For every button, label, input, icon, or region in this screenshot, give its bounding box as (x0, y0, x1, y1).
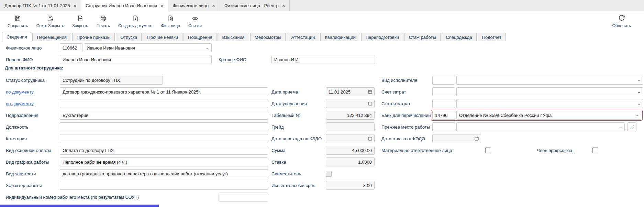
person-combo[interactable]: Иванов Иван Иванович (84, 43, 212, 52)
close-tab-icon[interactable]: × (212, 3, 215, 8)
create-document-button-label: Создать документ (118, 23, 153, 28)
kedo-refusal-date-field[interactable] (432, 134, 481, 143)
cost-item-code-field[interactable] (432, 99, 455, 108)
tab-attestacii[interactable]: Аттестации (287, 33, 319, 41)
links-button[interactable]: Связки (184, 13, 206, 30)
close-tab-icon[interactable]: × (73, 3, 76, 8)
amount-field[interactable]: 45 000.00 (326, 146, 375, 155)
schedule-type-field[interactable]: Неполное рабочее время (4 ч.) (60, 157, 268, 166)
person-code-field[interactable]: 110662 (60, 43, 82, 52)
bank-transfer-combo[interactable]: Отделение № 8598 Сбербанка России г.Уфа (456, 111, 641, 120)
short-fio-field[interactable]: Иванов И.И. (271, 55, 375, 64)
department-field[interactable]: Бухгалтерия (60, 111, 268, 120)
close-tab-icon[interactable]: × (160, 3, 164, 8)
previous-workplace-code-field[interactable] (432, 122, 455, 131)
position-field[interactable] (60, 122, 268, 131)
field-value: 3.00 (363, 183, 372, 188)
category-field[interactable] (60, 134, 268, 143)
refresh-button[interactable]: Обновить (608, 13, 635, 30)
save-close-button[interactable]: Сохр. Закрыть (32, 13, 68, 30)
doc-tab-label: Сотрудник Иванов Иван Иванович (86, 3, 157, 8)
financially-responsible-checkbox[interactable] (485, 148, 491, 153)
status-field[interactable]: Сотрудник по договору ГПХ (60, 76, 163, 85)
create-document-button[interactable]: Создать документ (114, 13, 157, 30)
executor-type-label: Вид исполнителя (381, 78, 432, 83)
tab-stazh-raboty[interactable]: Стаж работы (404, 33, 441, 41)
calendar-icon[interactable] (368, 136, 373, 141)
previous-workplace-combo[interactable] (456, 122, 625, 131)
form-row: Характер работы (6, 181, 268, 190)
close-tab-icon[interactable]: × (282, 3, 285, 8)
bank-transfer-code-field[interactable]: 14796 (432, 111, 455, 120)
document-tab-bar: Договор ГПХ № 1 от 11.01.2025 × Сотрудни… (0, 0, 644, 11)
field-value: 123 412 394 (347, 113, 372, 118)
status-label: Статус сотрудника (6, 78, 60, 83)
form-row: Испытательный срок 3.00 (271, 181, 375, 190)
close-button[interactable]: Закрыть (68, 13, 92, 30)
payment-type-field[interactable]: Оплата по договору ГПХ (60, 146, 268, 155)
doc-tab-person[interactable]: Физическое лицо × (168, 0, 220, 11)
print-button[interactable]: Печать (92, 13, 114, 30)
field-value: Бухгалтерия (63, 113, 88, 118)
tab-vzyskaniya[interactable]: Взыскания (218, 33, 249, 41)
tab-kvalifikacii[interactable]: Квалификации (320, 33, 360, 41)
executor-type-combo[interactable] (456, 76, 643, 85)
cost-account-code-field[interactable] (432, 87, 455, 96)
magic-fill-button[interactable] (628, 122, 636, 131)
calendar-icon[interactable] (368, 101, 373, 106)
tab-otpuska[interactable]: Отпуска (116, 33, 142, 41)
chevron-down-icon (635, 114, 639, 118)
union-member-checkbox[interactable] (592, 148, 598, 153)
hire-date-field[interactable]: 11.01.2025 (326, 87, 375, 96)
calendar-icon[interactable] (474, 136, 479, 141)
doc-tab-employee[interactable]: Сотрудник Иванов Иван Иванович × (81, 0, 168, 11)
employment-type-field[interactable]: договор гражданско-правового характера о… (60, 169, 268, 178)
probation-field[interactable]: 3.00 (326, 181, 375, 190)
tab-pooshchreniya[interactable]: Поощрения (184, 33, 216, 41)
tab-prochie-neyavki[interactable]: Прочие неявки (143, 33, 182, 41)
form-row: Дата перехода на КЭДО (271, 134, 375, 143)
form-row: Совместитель (271, 169, 332, 178)
workplace-number-field[interactable] (219, 193, 268, 201)
personnel-number-field[interactable]: 123 412 394 (326, 111, 375, 120)
form-row: Вид занятости договор гражданско-правово… (6, 169, 268, 178)
form-row: Вид графика работы Неполное рабочее врем… (6, 157, 268, 166)
grade-field[interactable] (326, 122, 375, 131)
links-icon (191, 15, 199, 22)
document-1-field[interactable]: Договор гражданско-правового характера №… (60, 87, 268, 96)
category-label: Категория (6, 136, 60, 141)
tab-specodezhda[interactable]: Спецодежда (442, 33, 477, 41)
by-document-link-1[interactable]: по документу (6, 89, 34, 95)
doc-tab-contract[interactable]: Договор ГПХ № 1 от 11.01.2025 × (0, 0, 81, 11)
kedo-transfer-date-field[interactable] (326, 134, 375, 143)
save-icon (14, 15, 21, 22)
work-nature-field[interactable] (60, 181, 268, 190)
form-row: Ставка 1.0000 (271, 157, 375, 166)
rate-field[interactable]: 1.0000 (326, 157, 375, 166)
person-label: Физическое лицо (6, 45, 60, 51)
cost-account-combo[interactable] (456, 87, 643, 96)
document-2-field[interactable] (60, 99, 268, 108)
doc-tab-registry[interactable]: Физические лица - Реестр × (220, 0, 290, 11)
save-button[interactable]: Сохранить (3, 13, 32, 30)
person-button[interactable]: Физ. лицо (157, 13, 184, 30)
calendar-icon[interactable] (368, 89, 373, 94)
tab-peremeshcheniya[interactable]: Перемещения (32, 33, 71, 41)
previous-workplace-label: Прежнее место работы (381, 124, 432, 130)
field-value: договор гражданско-правового характера о… (63, 171, 228, 176)
tab-svedeniya[interactable]: Сведения (2, 32, 31, 42)
by-document-link-2[interactable]: по документу (6, 101, 34, 106)
tab-prochie-prikazy[interactable]: Прочие приказы (72, 33, 115, 41)
tab-perepodgotovki[interactable]: Переподготовки (361, 33, 403, 41)
form-row: Физическое лицо 110662 Иванов Иван Ивано… (6, 43, 212, 52)
tab-medosmotry[interactable]: Медосмотры (250, 33, 286, 41)
tab-podotchet[interactable]: Подотчет (478, 33, 506, 41)
executor-type-code-field[interactable] (432, 76, 455, 85)
form-row: Подразделение Бухгалтерия (6, 111, 268, 120)
dismissal-date-field[interactable] (326, 99, 375, 108)
form-row: Вид исполнителя (381, 76, 643, 85)
full-fio-field[interactable]: Иванов Иван Иванович (60, 55, 212, 64)
field-value: Отделение № 8598 Сбербанка России г.Уфа (459, 113, 552, 118)
cost-item-combo[interactable] (456, 99, 643, 108)
field-value: Оплата по договору ГПХ (63, 148, 114, 153)
